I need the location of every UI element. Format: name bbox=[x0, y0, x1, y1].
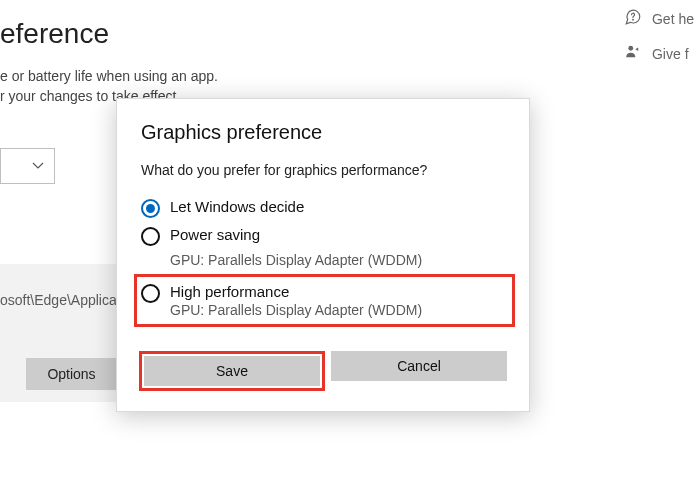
save-button[interactable]: Save bbox=[144, 356, 320, 386]
option-label: Power saving bbox=[170, 226, 260, 243]
give-feedback-label: Give f bbox=[652, 46, 689, 62]
help-icon bbox=[624, 8, 642, 29]
app-path: osoft\Edge\Applicati bbox=[0, 292, 124, 308]
page-description-line1: e or battery life when using an app. bbox=[0, 66, 218, 86]
option-sub-power-saving: GPU: Parallels Display Adapter (WDDM) bbox=[170, 252, 505, 268]
svg-point-1 bbox=[628, 46, 633, 51]
dialog-question: What do you prefer for graphics performa… bbox=[141, 162, 505, 178]
svg-point-0 bbox=[633, 19, 634, 20]
highlight-box-save: Save bbox=[139, 351, 325, 391]
option-label: High performance bbox=[170, 283, 422, 300]
dialog-options: Let Windows decide Power saving GPU: Par… bbox=[141, 194, 505, 327]
get-help-link[interactable]: Get he bbox=[624, 8, 694, 29]
give-feedback-link[interactable]: Give f bbox=[624, 43, 694, 64]
feedback-icon bbox=[624, 43, 642, 64]
options-button[interactable]: Options bbox=[26, 358, 117, 390]
chevron-down-icon bbox=[32, 162, 44, 170]
app-type-dropdown[interactable] bbox=[0, 148, 55, 184]
cancel-button[interactable]: Cancel bbox=[331, 351, 507, 381]
option-sub-high-performance: GPU: Parallels Display Adapter (WDDM) bbox=[170, 302, 422, 318]
option-label: Let Windows decide bbox=[170, 198, 304, 215]
dialog-buttons: Save Cancel bbox=[139, 351, 507, 391]
page-title: eference bbox=[0, 18, 109, 50]
dialog-title: Graphics preference bbox=[141, 121, 505, 144]
option-let-windows-decide[interactable]: Let Windows decide bbox=[141, 194, 505, 222]
graphics-preference-dialog: Graphics preference What do you prefer f… bbox=[116, 98, 530, 412]
radio-unchecked-icon bbox=[141, 227, 160, 246]
option-power-saving[interactable]: Power saving bbox=[141, 222, 505, 250]
option-high-performance[interactable]: High performance GPU: Parallels Display … bbox=[134, 274, 515, 327]
radio-checked-icon bbox=[141, 199, 160, 218]
radio-unchecked-icon bbox=[141, 284, 160, 303]
get-help-label: Get he bbox=[652, 11, 694, 27]
